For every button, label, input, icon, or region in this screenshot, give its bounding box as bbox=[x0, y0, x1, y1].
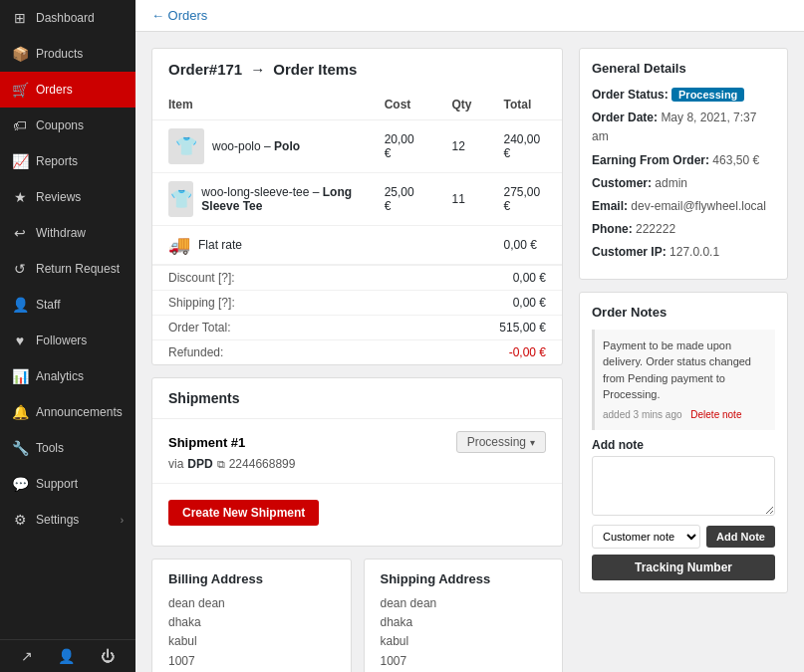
sidebar-item-withdraw[interactable]: ↩ Withdraw bbox=[0, 215, 135, 251]
add-note-label: Add note bbox=[592, 438, 775, 452]
product-qty-2: 11 bbox=[435, 173, 487, 226]
refunded-label: Refunded: bbox=[152, 340, 381, 365]
right-column: General Details Order Status: Processing… bbox=[579, 48, 788, 656]
product-cost-2: 25,00 € bbox=[369, 173, 436, 226]
discount-label: Discount [?]: bbox=[152, 266, 381, 291]
create-shipment-area: Create New Shipment bbox=[152, 484, 562, 546]
copy-icon[interactable]: ⧉ bbox=[217, 458, 225, 471]
earning-label: Earning From Order: bbox=[592, 153, 709, 167]
billing-address-title: Billing Address bbox=[168, 571, 335, 586]
product-qty-3 bbox=[435, 226, 487, 265]
order-status-row: Order Status: Processing bbox=[592, 86, 775, 105]
external-link-icon[interactable]: ↗ bbox=[21, 648, 33, 664]
col-total: Total bbox=[488, 90, 563, 120]
shipping-value: 0,00 € bbox=[381, 291, 562, 316]
user-profile-icon[interactable]: 👤 bbox=[58, 648, 75, 664]
sidebar-bottom: ↗ 👤 ⏻ bbox=[0, 639, 135, 672]
phone-row: Phone: 222222 bbox=[592, 220, 775, 239]
shipment-carrier-info: via DPD ⧉ 2244668899 bbox=[168, 457, 546, 471]
ip-row: Customer IP: 127.0.0.1 bbox=[592, 243, 775, 262]
billing-address-box: Billing Address dean deandhakakabul1007 bbox=[151, 559, 352, 672]
carrier-name: DPD bbox=[187, 457, 212, 471]
shipment-status-text: Processing bbox=[467, 435, 526, 449]
main-content: ← Orders Order#171 → Order Items Item Co… bbox=[135, 0, 804, 672]
product-cell-3: 🚚 Flat rate bbox=[152, 226, 369, 265]
sidebar-item-reports[interactable]: 📈 Reports bbox=[0, 143, 135, 179]
left-column: Order#171 → Order Items Item Cost Qty To… bbox=[151, 48, 563, 656]
email-value: dev-email@flywheel.local bbox=[631, 199, 766, 213]
via-text: via bbox=[168, 457, 183, 471]
sidebar-item-tools[interactable]: 🔧 Tools bbox=[0, 430, 135, 466]
shipment-tracking-number: 2244668899 bbox=[229, 457, 296, 471]
return-icon: ↺ bbox=[12, 261, 28, 277]
refunded-value: -0,00 € bbox=[381, 340, 562, 365]
sidebar-item-analytics[interactable]: 📊 Analytics bbox=[0, 358, 135, 394]
shipment-item: Shipment #1 Processing ▾ via DPD ⧉ 22446… bbox=[152, 419, 562, 484]
shipment-row: Shipment #1 Processing ▾ bbox=[168, 431, 546, 453]
summary-row-total: Order Total: 515,00 € bbox=[152, 316, 562, 340]
ip-label: Customer IP: bbox=[592, 245, 667, 259]
add-note-button[interactable]: Add Note bbox=[706, 526, 775, 548]
customer-row: Customer: admin bbox=[592, 174, 775, 193]
create-shipment-button[interactable]: Create New Shipment bbox=[168, 500, 319, 526]
sidebar-item-return-request[interactable]: ↺ Return Request bbox=[0, 251, 135, 287]
order-date-row: Order Date: May 8, 2021, 7:37 am bbox=[592, 109, 775, 146]
withdraw-icon: ↩ bbox=[12, 225, 28, 241]
chevron-down-icon: ▾ bbox=[530, 437, 535, 448]
customer-label: Customer: bbox=[592, 176, 652, 190]
delete-note-link[interactable]: Delete note bbox=[690, 409, 741, 420]
order-notes-box: Order Notes Payment to be made upon deli… bbox=[579, 292, 788, 593]
order-status-label: Order Status: bbox=[592, 88, 669, 102]
shipping-icon: 🚚 bbox=[168, 234, 190, 256]
phone-label: Phone: bbox=[592, 222, 633, 236]
ip-value: 127.0.0.1 bbox=[670, 245, 719, 259]
sidebar-item-orders[interactable]: 🛒 Orders bbox=[0, 72, 135, 108]
shipment-number: Shipment #1 bbox=[168, 435, 245, 450]
sidebar-item-announcements[interactable]: 🔔 Announcements bbox=[0, 394, 135, 430]
sidebar-item-settings[interactable]: ⚙ Settings › bbox=[0, 502, 135, 538]
note-time: added 3 mins ago bbox=[603, 409, 682, 420]
sidebar-item-coupons[interactable]: 🏷 Coupons bbox=[0, 108, 135, 143]
shipment-status-dropdown[interactable]: Processing ▾ bbox=[456, 431, 546, 453]
orders-breadcrumb-link[interactable]: ← Orders bbox=[151, 8, 207, 23]
earning-value: 463,50 € bbox=[712, 153, 759, 167]
power-icon[interactable]: ⏻ bbox=[101, 648, 115, 664]
order-date-label: Order Date: bbox=[592, 111, 658, 124]
discount-value: 0,00 € bbox=[381, 266, 562, 291]
tracking-number-button[interactable]: Tracking Number bbox=[592, 555, 775, 580]
content-area: Order#171 → Order Items Item Cost Qty To… bbox=[135, 32, 804, 672]
note-type-select[interactable]: Customer note bbox=[592, 525, 700, 549]
breadcrumb: ← Orders bbox=[135, 0, 804, 32]
reports-icon: 📈 bbox=[12, 153, 28, 169]
sidebar-item-staff[interactable]: 👤 Staff bbox=[0, 287, 135, 323]
shipping-address-box: Shipping Address dean deandhakakabul1007 bbox=[364, 559, 564, 672]
add-note-textarea[interactable] bbox=[592, 456, 775, 516]
sidebar-item-dashboard[interactable]: ⊞ Dashboard bbox=[0, 0, 135, 36]
sidebar-item-reviews[interactable]: ★ Reviews bbox=[0, 179, 135, 215]
table-row: 👕 woo-polo – Polo 20,00 € 12 240,00 € bbox=[152, 120, 562, 173]
col-cost: Cost bbox=[369, 90, 436, 120]
col-qty: Qty bbox=[435, 90, 487, 120]
billing-address-content: dean deandhakakabul1007 bbox=[168, 594, 335, 671]
sidebar-item-products[interactable]: 📦 Products bbox=[0, 36, 135, 72]
email-label: Email: bbox=[592, 199, 628, 213]
general-details-box: General Details Order Status: Processing… bbox=[579, 48, 788, 280]
sidebar-item-followers[interactable]: ♥ Followers bbox=[0, 323, 135, 358]
earning-row: Earning From Order: 463,50 € bbox=[592, 151, 775, 170]
reviews-icon: ★ bbox=[12, 189, 28, 205]
note-actions: Customer note Add Note bbox=[592, 525, 775, 549]
shipments-title: Shipments bbox=[168, 390, 240, 406]
product-cost-3 bbox=[369, 226, 436, 265]
product-name-2: woo-long-sleeve-tee – Long Sleeve Tee bbox=[201, 185, 352, 213]
coupons-icon: 🏷 bbox=[12, 117, 28, 133]
sidebar-item-support[interactable]: 💬 Support bbox=[0, 466, 135, 502]
note-item: Payment to be made upon delivery. Order … bbox=[592, 330, 775, 430]
settings-chevron-icon: › bbox=[121, 515, 124, 526]
total-label: Order Total: bbox=[152, 316, 381, 340]
general-details-title: General Details bbox=[592, 61, 775, 76]
col-item: Item bbox=[152, 90, 369, 120]
product-qty-1: 12 bbox=[435, 120, 487, 173]
product-name-3: Flat rate bbox=[198, 238, 242, 252]
support-icon: 💬 bbox=[12, 476, 28, 492]
staff-icon: 👤 bbox=[12, 297, 28, 313]
